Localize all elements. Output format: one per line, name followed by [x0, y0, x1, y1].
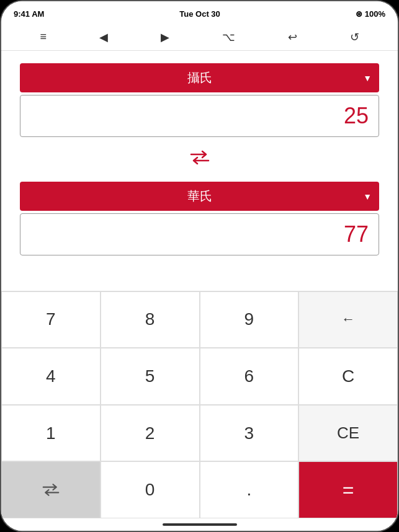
key-c[interactable]: C — [298, 348, 398, 405]
keypad: 7 8 9 ← 4 5 6 C 1 2 3 CE 0 . = — [1, 291, 398, 519]
key-8[interactable]: 8 — [101, 291, 200, 348]
wifi-icon: ⊛ — [356, 9, 362, 19]
unit1-value: 25 — [344, 103, 369, 128]
device-frame: 9:41 AM Tue Oct 30 ⊛ 100% ≡ ◀ ▶ ⌥ ↩ ↺ 攝氏… — [0, 0, 399, 532]
key-ce[interactable]: CE — [298, 405, 398, 462]
key-equals[interactable]: = — [298, 461, 398, 518]
option-icon[interactable]: ⌥ — [217, 28, 240, 47]
swap-area[interactable] — [20, 147, 379, 172]
back-icon[interactable]: ◀ — [94, 28, 113, 47]
main-content: 攝氏 ▼ 25 華氏 ▼ 77 — [1, 51, 398, 291]
key-backspace[interactable]: ← — [298, 291, 398, 348]
redo-icon[interactable]: ↺ — [345, 28, 364, 47]
unit2-dropdown-arrow: ▼ — [363, 192, 372, 202]
unit2-value-display: 77 — [20, 213, 379, 255]
key-dot[interactable]: . — [200, 461, 299, 518]
unit2-label: 華氏 — [187, 188, 212, 205]
key-6[interactable]: 6 — [200, 348, 299, 405]
toolbar: ≡ ◀ ▶ ⌥ ↩ ↺ — [1, 24, 398, 51]
key-swap[interactable] — [1, 461, 101, 518]
home-bar — [163, 523, 237, 526]
status-date: Tue Oct 30 — [179, 9, 220, 19]
key-4[interactable]: 4 — [1, 348, 101, 405]
unit1-value-display: 25 — [20, 95, 379, 137]
swap-icon[interactable] — [190, 150, 210, 169]
home-indicator — [1, 518, 398, 531]
battery-level: 100% — [365, 9, 385, 19]
key-9[interactable]: 9 — [200, 291, 299, 348]
status-time: 9:41 AM — [14, 9, 44, 19]
key-0[interactable]: 0 — [101, 461, 200, 518]
status-bar: 9:41 AM Tue Oct 30 ⊛ 100% — [1, 1, 398, 24]
unit1-selector[interactable]: 攝氏 ▼ — [20, 63, 379, 92]
key-5[interactable]: 5 — [101, 348, 200, 405]
menu-icon[interactable]: ≡ — [35, 28, 52, 46]
unit2-value: 77 — [344, 221, 369, 247]
unit2-selector[interactable]: 華氏 ▼ — [20, 182, 379, 211]
key-2[interactable]: 2 — [101, 405, 200, 462]
key-3[interactable]: 3 — [200, 405, 299, 462]
forward-icon[interactable]: ▶ — [156, 28, 174, 47]
key-1[interactable]: 1 — [1, 405, 101, 462]
undo-icon[interactable]: ↩ — [283, 28, 302, 47]
unit1-dropdown-arrow: ▼ — [363, 73, 372, 83]
key-7[interactable]: 7 — [1, 291, 101, 348]
unit1-label: 攝氏 — [187, 69, 212, 86]
status-right: ⊛ 100% — [356, 9, 385, 19]
